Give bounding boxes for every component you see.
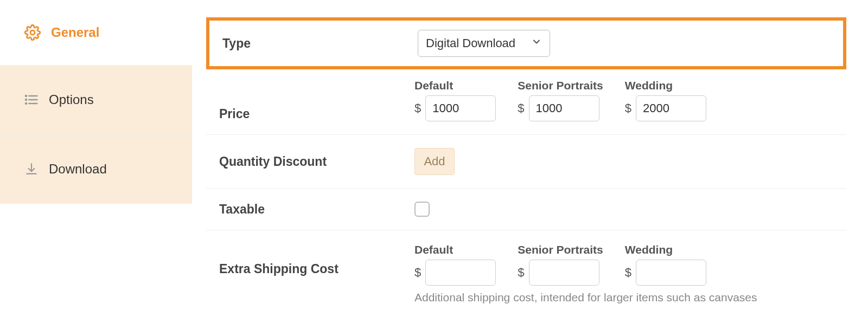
price-col-default: Default $: [414, 79, 496, 121]
add-discount-button[interactable]: Add: [414, 148, 455, 175]
shipping-col-wedding: Wedding $: [625, 243, 706, 286]
type-label: Type: [222, 36, 418, 51]
price-col-label: Senior Portraits: [518, 79, 603, 92]
shipping-col-senior: Senior Portraits $: [518, 243, 603, 286]
shipping-col-label: Default: [414, 243, 496, 256]
type-select-value: Digital Download: [426, 36, 515, 50]
gear-icon: [24, 24, 41, 41]
svg-point-5: [25, 99, 27, 100]
shipping-hint: Additional shipping cost, intended for l…: [414, 291, 833, 304]
currency-symbol: $: [625, 101, 631, 115]
sidebar-item-download[interactable]: Download: [0, 134, 192, 204]
price-col-label: Default: [414, 79, 496, 92]
svg-point-4: [25, 95, 27, 96]
shipping-col-label: Senior Portraits: [518, 243, 603, 256]
main-panel: Type Digital Download Price Default: [192, 0, 868, 336]
download-icon: [24, 161, 39, 177]
shipping-input-default[interactable]: [425, 260, 496, 286]
discount-row: Quantity Discount Add: [206, 134, 846, 188]
type-select[interactable]: Digital Download: [418, 30, 550, 57]
shipping-col-label: Wedding: [625, 243, 706, 256]
chevron-down-icon: [531, 36, 542, 50]
currency-symbol: $: [414, 266, 421, 280]
svg-point-0: [30, 30, 35, 35]
type-row-highlight: Type Digital Download: [206, 17, 846, 69]
sidebar-item-label: General: [51, 25, 99, 40]
sidebar: General Options Download: [0, 0, 192, 336]
currency-symbol: $: [414, 101, 421, 115]
currency-symbol: $: [518, 266, 524, 280]
shipping-col-default: Default $: [414, 243, 496, 286]
price-col-senior: Senior Portraits $: [518, 79, 603, 121]
shipping-input-senior[interactable]: [529, 260, 599, 286]
price-col-wedding: Wedding $: [625, 79, 706, 121]
shipping-label: Extra Shipping Cost: [219, 262, 414, 276]
taxable-checkbox[interactable]: [414, 202, 430, 217]
sidebar-item-label: Download: [49, 161, 107, 177]
sidebar-item-label: Options: [49, 92, 94, 107]
price-row: Price Default $ Senior Portraits $: [206, 79, 846, 134]
shipping-input-wedding[interactable]: [636, 260, 706, 286]
price-col-label: Wedding: [625, 79, 706, 92]
price-input-wedding[interactable]: [636, 95, 706, 121]
price-input-default[interactable]: [425, 95, 496, 121]
currency-symbol: $: [625, 266, 631, 280]
sidebar-item-general[interactable]: General: [0, 0, 192, 65]
sidebar-item-options[interactable]: Options: [0, 65, 192, 134]
price-input-senior[interactable]: [529, 95, 599, 121]
taxable-label: Taxable: [219, 202, 414, 217]
discount-label: Quantity Discount: [219, 154, 414, 169]
price-label: Price: [219, 107, 414, 121]
svg-point-6: [25, 102, 27, 104]
currency-symbol: $: [518, 101, 524, 115]
taxable-row: Taxable: [206, 188, 846, 230]
shipping-row: Extra Shipping Cost Default $ Senior Por…: [206, 230, 846, 317]
list-icon: [24, 92, 39, 107]
